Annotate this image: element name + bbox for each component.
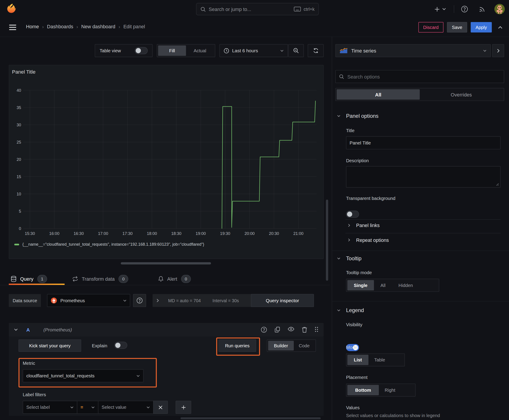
refresh-icon xyxy=(313,48,319,54)
zoom-out-button[interactable] xyxy=(288,44,304,57)
max-data-points: MD = auto = 704 xyxy=(168,298,201,303)
visualization-picker[interactable]: Time series xyxy=(335,44,491,57)
tab-alert[interactable]: Alert 0 xyxy=(158,275,191,283)
query-inspector-button[interactable]: Query inspector xyxy=(251,294,314,307)
collapse-options-button[interactable] xyxy=(492,44,504,57)
chevron-down-icon[interactable] xyxy=(14,329,18,331)
save-button[interactable]: Save xyxy=(447,22,467,32)
plus-icon xyxy=(181,405,186,410)
remove-query-trash-icon[interactable] xyxy=(302,326,307,333)
fill-option[interactable]: Fill xyxy=(158,45,186,56)
collapse-chevron-up-icon[interactable] xyxy=(498,26,502,29)
run-queries-button[interactable]: Run queries xyxy=(218,339,256,352)
tooltip-hidden-option[interactable]: Hidden xyxy=(392,280,419,290)
panel-title-input[interactable]: Panel Title xyxy=(346,136,501,149)
repeat-options-header[interactable]: Repeat options xyxy=(348,237,389,243)
explain-toggle[interactable] xyxy=(114,342,127,349)
breadcrumb-dashboards[interactable]: Dashboards xyxy=(47,24,73,29)
panel-options-header[interactable]: Panel options xyxy=(337,113,378,119)
tooltip-header[interactable]: Tooltip xyxy=(337,255,361,261)
metric-select[interactable]: cloudflared_tunnel_total_requests xyxy=(23,369,144,382)
chart-svg[interactable]: 051015202530354015:3016:0016:3017:0017:3… xyxy=(9,83,324,240)
table-view-label: Table view xyxy=(100,48,121,53)
tab-all[interactable]: All xyxy=(337,89,420,100)
builder-option[interactable]: Builder xyxy=(268,341,294,351)
vertical-scrollbar[interactable] xyxy=(326,200,328,281)
data-source-label: Data source xyxy=(9,294,41,307)
search-placeholder: Search or jump to... xyxy=(209,6,294,12)
description-textarea[interactable] xyxy=(346,166,501,188)
operator-dropdown[interactable]: = xyxy=(77,401,98,414)
query-help-icon[interactable] xyxy=(261,326,267,333)
select-value-dropdown[interactable]: Select value xyxy=(98,401,153,414)
chevron-right-icon xyxy=(348,224,350,227)
y-tick-label: 10 xyxy=(17,192,21,196)
tab-query[interactable]: Query 1 xyxy=(11,275,47,283)
query-datasource-hint: (Prometheus) xyxy=(44,327,72,332)
chevron-right-icon xyxy=(497,48,500,53)
hide-response-eye-icon[interactable] xyxy=(288,326,295,333)
select-label-dropdown[interactable]: Select label xyxy=(23,401,77,414)
resize-handle-icon xyxy=(496,183,499,186)
kick-start-query-button[interactable]: Kick start your query xyxy=(18,339,81,352)
grafana-logo[interactable] xyxy=(7,3,17,14)
tooltip-all-option[interactable]: All xyxy=(374,280,392,290)
horizontal-scrollbar[interactable] xyxy=(181,417,321,419)
search-shortcut: ctrl+k xyxy=(304,7,315,12)
legend-mode-table[interactable]: Table xyxy=(369,355,391,365)
table-view-toggle[interactable] xyxy=(135,47,148,54)
code-option[interactable]: Code xyxy=(294,341,314,351)
breadcrumb-bar: Home › Dashboards › New dashboard › Edit… xyxy=(0,18,509,37)
viz-name: Time series xyxy=(351,48,376,53)
metric-label: Metric xyxy=(23,360,35,366)
refresh-button[interactable] xyxy=(308,44,324,57)
breadcrumb-new-dashboard[interactable]: New dashboard xyxy=(81,24,115,29)
time-range-picker[interactable]: Last 6 hours xyxy=(220,44,288,57)
help-button[interactable] xyxy=(459,4,470,14)
discard-button[interactable]: Discard xyxy=(418,22,443,32)
datasource-help-button[interactable] xyxy=(133,294,146,307)
legend-mode-list[interactable]: List xyxy=(347,355,369,365)
tab-transform-data[interactable]: Transform data 0 xyxy=(72,275,128,283)
section-divider xyxy=(332,251,509,251)
legend-placement-segment: Bottom Right xyxy=(346,384,416,397)
legend-swatch[interactable] xyxy=(14,244,19,245)
x-tick-label: 15:30 xyxy=(25,231,35,236)
placement-right[interactable]: Right xyxy=(379,385,401,395)
panel-title: Panel Title xyxy=(12,69,36,75)
explain-label: Explain xyxy=(92,343,107,348)
placement-bottom[interactable]: Bottom xyxy=(347,385,379,395)
panel-resize-handle[interactable] xyxy=(121,262,211,264)
new-menu-button[interactable] xyxy=(432,4,446,14)
remove-filter-button[interactable] xyxy=(153,401,168,414)
legend-values-label: Values xyxy=(346,405,359,410)
legend-header[interactable]: Legend xyxy=(337,307,364,314)
tooltip-single-option[interactable]: Single xyxy=(347,280,374,290)
search-options-input[interactable]: Search options xyxy=(335,70,504,83)
data-source-select[interactable]: Prometheus xyxy=(47,294,130,307)
panel-links-header[interactable]: Panel links xyxy=(348,223,380,228)
chevron-down-icon xyxy=(146,406,150,408)
breadcrumb-home[interactable]: Home xyxy=(26,24,39,29)
query-refid[interactable]: A xyxy=(26,327,30,332)
transparent-background-toggle[interactable] xyxy=(346,211,359,218)
tab-overrides[interactable]: Overrides xyxy=(420,89,503,100)
chevron-right-icon: › xyxy=(42,24,44,29)
series-line[interactable] xyxy=(222,101,316,228)
actual-option[interactable]: Actual xyxy=(186,45,214,56)
visibility-label: Visibility xyxy=(346,322,363,327)
chevron-down-icon xyxy=(442,8,446,11)
legend-series-label[interactable]: {__name__="cloudflared_tunnel_total_requ… xyxy=(23,242,204,247)
global-search-input[interactable]: Search or jump to... ctrl+k xyxy=(196,3,319,15)
apply-button[interactable]: Apply xyxy=(471,22,492,32)
database-icon xyxy=(11,276,17,282)
query-row-header[interactable]: A (Prometheus) xyxy=(9,323,324,337)
duplicate-query-icon[interactable] xyxy=(274,326,280,333)
news-rss-icon[interactable] xyxy=(477,4,487,14)
title-label: Title xyxy=(346,128,355,133)
avatar[interactable] xyxy=(494,4,505,15)
drag-grip-icon[interactable] xyxy=(315,326,319,333)
tooltip-mode-segment: Single All Hidden xyxy=(346,279,439,292)
hamburger-menu-icon[interactable] xyxy=(9,25,16,30)
add-filter-button[interactable] xyxy=(176,401,191,414)
